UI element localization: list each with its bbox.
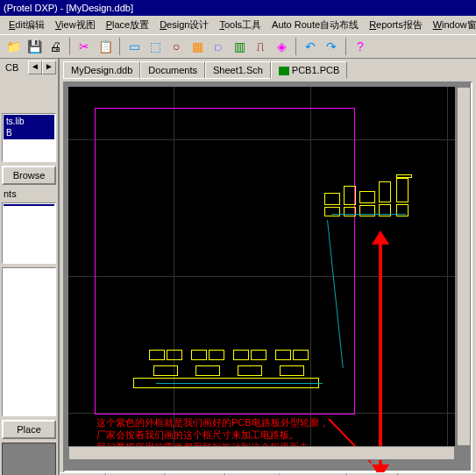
horizontal-scrollbar[interactable] (68, 446, 455, 460)
nav-right-icon[interactable]: ► (42, 60, 56, 74)
component[interactable] (344, 207, 356, 216)
arrow-annotation (379, 243, 382, 466)
circle-icon[interactable]: ○ (167, 37, 186, 56)
menu-autoroute[interactable]: Auto Route自动布线 (266, 17, 364, 33)
cut-icon[interactable]: ✂ (75, 37, 94, 56)
tab-documents[interactable]: Documents (140, 61, 205, 79)
component[interactable] (167, 350, 182, 360)
menu-view[interactable]: View视图 (50, 17, 101, 33)
save-icon[interactable]: 💾 (25, 37, 44, 56)
wire (156, 383, 323, 384)
pcb-canvas[interactable]: 这个紫色的外框就是我们画好的PCB电路板外型轮廓， 厂家会按着我们画的这个框尺寸… (68, 87, 455, 446)
component[interactable] (233, 350, 249, 360)
component[interactable] (379, 181, 391, 202)
component[interactable] (149, 350, 165, 360)
toolbar: 📁 💾 🖨 ✂ 📋 ▭ ⬚ ○ ▦ ⫐ ▥ ⎍ ◈ ↶ ↷ ? (0, 34, 476, 59)
menu-reports[interactable]: Reports报告 (364, 17, 428, 33)
select-rect-icon[interactable]: ▭ (124, 37, 144, 56)
fill-icon[interactable]: ▦ (188, 37, 207, 56)
menu-design[interactable]: Design设计 (154, 17, 214, 33)
menu-tools[interactable]: Tools工具 (214, 17, 266, 33)
canvas-container: 这个紫色的外框就是我们画好的PCB电路板外型轮廓， 厂家会按着我们画的这个框尺寸… (63, 82, 472, 472)
component[interactable] (191, 350, 207, 360)
grid-line (447, 87, 448, 446)
select-icon[interactable]: ⬚ (146, 37, 165, 56)
title-bar: (Protel DXP) - [MyDesign.ddb] (0, 0, 476, 16)
chip-icon[interactable]: ▥ (230, 37, 249, 56)
component[interactable] (293, 350, 309, 360)
component[interactable] (396, 178, 409, 202)
editor-area: MyDesign.ddb Documents Sheet1.Sch PCB1.P… (60, 59, 476, 475)
pcb-outline[interactable] (95, 108, 355, 415)
footprint-preview (2, 443, 56, 475)
nts-label: nts (0, 187, 58, 201)
redo-icon[interactable]: ↷ (322, 37, 341, 56)
component[interactable] (344, 186, 356, 205)
panel-tab[interactable]: CB (2, 60, 28, 74)
list-item[interactable]: ts.lib (4, 116, 53, 127)
component[interactable] (251, 350, 266, 360)
place-button[interactable]: Place (2, 420, 56, 439)
component[interactable] (396, 174, 412, 178)
title-text: (Protel DXP) - [MyDesign.ddb] (4, 3, 133, 13)
component[interactable] (238, 365, 262, 376)
undo-icon[interactable]: ↶ (301, 37, 320, 56)
wire (331, 214, 406, 215)
tab-pcb1[interactable]: PCB1.PCB (271, 61, 347, 79)
component[interactable] (280, 365, 304, 376)
pcb-icon (279, 67, 289, 75)
component[interactable] (275, 350, 291, 360)
component[interactable] (209, 350, 224, 360)
via-icon[interactable]: ◈ (272, 37, 291, 56)
component[interactable] (324, 193, 340, 205)
component-list[interactable] (4, 204, 54, 206)
menu-place[interactable]: Place放置 (101, 17, 155, 33)
help-icon[interactable]: ? (351, 37, 370, 56)
print-icon[interactable]: 🖨 (46, 37, 65, 56)
tab-sheet1[interactable]: Sheet1.Sch (205, 61, 271, 79)
list-item[interactable]: B (4, 127, 53, 138)
component[interactable] (195, 365, 220, 376)
menu-bar: Edit编辑 View视图 Place放置 Design设计 Tools工具 A… (0, 16, 476, 34)
library-list[interactable]: ts.lib B (4, 115, 54, 139)
menu-window[interactable]: Window窗 (428, 17, 476, 33)
vertical-scrollbar[interactable] (457, 87, 471, 446)
component[interactable] (153, 365, 178, 376)
preview-area (2, 267, 56, 416)
tab-mydesign[interactable]: MyDesign.ddb (63, 61, 140, 79)
component[interactable] (359, 205, 375, 216)
conn-icon[interactable]: ⫐ (209, 37, 228, 56)
open-icon[interactable]: 📁 (4, 37, 23, 56)
browse-button[interactable]: Browse (2, 166, 56, 185)
nav-left-icon[interactable]: ◄ (28, 60, 42, 74)
menu-edit[interactable]: Edit编辑 (4, 17, 50, 33)
paste-icon[interactable]: 📋 (96, 37, 115, 56)
component[interactable] (324, 207, 340, 216)
pin-icon[interactable]: ⎍ (251, 37, 270, 56)
document-tabs: MyDesign.ddb Documents Sheet1.Sch PCB1.P… (60, 59, 476, 80)
left-panel: CB ◄ ► ts.lib B Browse nts Place (0, 59, 60, 475)
component[interactable] (359, 191, 375, 203)
